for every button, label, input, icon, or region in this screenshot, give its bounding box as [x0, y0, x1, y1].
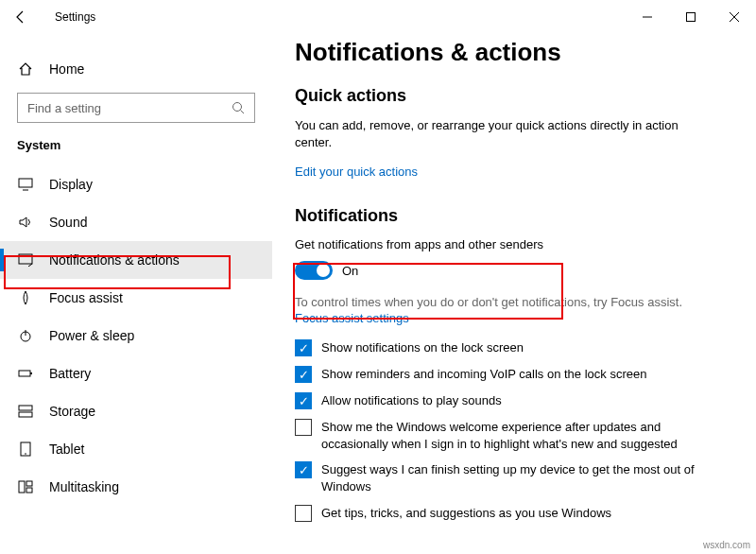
- window-title: Settings: [55, 10, 95, 24]
- svg-rect-19: [26, 481, 32, 486]
- search-placeholder: Find a setting: [27, 101, 101, 115]
- option-label: Show me the Windows welcome experience a…: [321, 419, 711, 452]
- sidebar-item-label: Focus assist: [49, 290, 123, 305]
- checkbox-icon: [295, 505, 312, 522]
- sidebar-item-power-sleep[interactable]: Power & sleep: [0, 317, 272, 355]
- svg-point-4: [233, 103, 242, 112]
- svg-rect-15: [19, 412, 32, 417]
- toggle-label: Get notifications from apps and other se…: [295, 237, 733, 251]
- option-label: Show notifications on the lock screen: [321, 339, 524, 356]
- search-input[interactable]: Find a setting: [17, 93, 255, 123]
- sidebar-item-focus-assist[interactable]: Focus assist: [0, 279, 272, 317]
- option-label: Show reminders and incoming VoIP calls o…: [321, 366, 646, 383]
- minimize-button[interactable]: [626, 2, 669, 32]
- edit-quick-actions-link[interactable]: Edit your quick actions: [295, 164, 418, 179]
- svg-rect-8: [19, 254, 32, 264]
- window-controls: [626, 2, 756, 32]
- sidebar-item-label: Multitasking: [49, 479, 119, 494]
- sidebar-item-label: Notifications & actions: [49, 252, 180, 268]
- sidebar-home[interactable]: Home: [0, 55, 272, 83]
- notifications-toggle[interactable]: [295, 261, 333, 280]
- close-button[interactable]: [713, 2, 756, 32]
- checkbox-icon: ✓: [295, 366, 312, 383]
- sidebar-item-label: Storage: [49, 404, 95, 419]
- sidebar-item-multitasking[interactable]: Multitasking: [0, 468, 272, 506]
- option-reminders-voip[interactable]: ✓ Show reminders and incoming VoIP calls…: [295, 366, 711, 383]
- svg-rect-20: [26, 488, 32, 493]
- option-label: Get tips, tricks, and suggestions as you…: [321, 505, 611, 522]
- option-label: Suggest ways I can finish setting up my …: [321, 461, 711, 494]
- checkbox-icon: ✓: [295, 392, 312, 409]
- storage-icon: [17, 403, 34, 420]
- svg-rect-12: [19, 371, 30, 376]
- option-lock-screen[interactable]: ✓ Show notifications on the lock screen: [295, 339, 711, 356]
- close-icon: [730, 12, 739, 22]
- svg-rect-13: [30, 372, 32, 374]
- search-icon: [232, 101, 245, 114]
- svg-rect-6: [19, 179, 32, 187]
- sidebar-item-label: Sound: [49, 215, 87, 230]
- svg-rect-1: [687, 13, 696, 22]
- tablet-icon: [17, 441, 34, 458]
- display-icon: [17, 176, 34, 193]
- sidebar-category: System: [0, 138, 272, 152]
- multitasking-icon: [17, 478, 34, 495]
- maximize-button[interactable]: [669, 2, 713, 32]
- page-title: Notifications & actions: [295, 38, 733, 67]
- maximize-icon: [686, 12, 696, 22]
- sidebar-item-notifications[interactable]: Notifications & actions: [0, 241, 272, 279]
- option-finish-setup[interactable]: ✓ Suggest ways I can finish setting up m…: [295, 461, 711, 494]
- sidebar: Home Find a setting System Display Sound…: [0, 34, 272, 554]
- svg-line-5: [241, 111, 245, 114]
- quick-actions-heading: Quick actions: [295, 86, 733, 106]
- notifications-icon: [17, 251, 34, 268]
- sidebar-item-label: Tablet: [49, 441, 84, 457]
- minimize-icon: [643, 12, 652, 22]
- battery-icon: [17, 365, 34, 382]
- toggle-state: On: [342, 264, 358, 278]
- sidebar-item-battery[interactable]: Battery: [0, 355, 272, 392]
- focus-assist-link[interactable]: Focus assist settings: [295, 311, 409, 325]
- option-welcome-experience[interactable]: Show me the Windows welcome experience a…: [295, 419, 711, 452]
- svg-point-17: [25, 453, 26, 455]
- quick-actions-desc: You can add, remove, or rearrange your q…: [295, 117, 701, 151]
- checkbox-icon: ✓: [295, 339, 312, 356]
- home-icon: [17, 61, 34, 78]
- sidebar-item-label: Power & sleep: [49, 328, 134, 343]
- option-play-sounds[interactable]: ✓ Allow notifications to play sounds: [295, 392, 711, 409]
- sidebar-item-display[interactable]: Display: [0, 165, 272, 203]
- title-bar: Settings: [0, 0, 756, 34]
- back-button[interactable]: [0, 0, 42, 34]
- sidebar-item-sound[interactable]: Sound: [0, 203, 272, 241]
- option-label: Allow notifications to play sounds: [321, 392, 502, 409]
- power-icon: [17, 327, 34, 344]
- arrow-left-icon: [13, 9, 28, 25]
- option-tips-tricks[interactable]: Get tips, tricks, and suggestions as you…: [295, 505, 711, 522]
- svg-rect-14: [19, 406, 32, 410]
- checkbox-icon: ✓: [295, 461, 312, 478]
- notification-options: ✓ Show notifications on the lock screen …: [295, 339, 733, 521]
- notifications-heading: Notifications: [295, 206, 733, 226]
- svg-rect-18: [19, 481, 25, 493]
- sidebar-item-label: Battery: [49, 366, 91, 381]
- focus-assist-desc: To control times when you do or don't ge…: [295, 295, 701, 309]
- sound-icon: [17, 214, 34, 231]
- focus-assist-icon: [17, 289, 34, 306]
- sidebar-item-storage[interactable]: Storage: [0, 392, 272, 430]
- checkbox-icon: [295, 419, 312, 436]
- sidebar-item-tablet[interactable]: Tablet: [0, 430, 272, 468]
- watermark: wsxdn.com: [703, 540, 750, 550]
- sidebar-home-label: Home: [49, 61, 84, 77]
- content-pane: Notifications & actions Quick actions Yo…: [272, 34, 756, 554]
- sidebar-item-label: Display: [49, 177, 93, 192]
